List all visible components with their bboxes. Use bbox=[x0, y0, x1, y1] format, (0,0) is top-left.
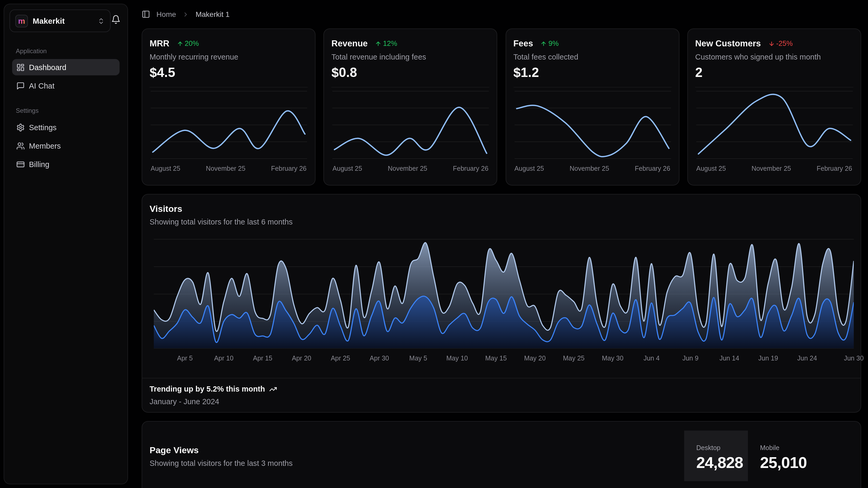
stat-trend-badge: 20% bbox=[177, 39, 199, 48]
visitors-title: Visitors bbox=[150, 204, 182, 214]
x-axis-label: November 25 bbox=[206, 165, 245, 172]
x-axis-label: Apr 5 bbox=[177, 355, 193, 362]
x-axis-label: November 25 bbox=[569, 165, 609, 172]
x-axis-label: Jun 30 bbox=[844, 355, 864, 362]
stat-card-value: $1.2 bbox=[513, 65, 539, 80]
arrow-up-icon bbox=[177, 40, 183, 47]
stat-trend-badge: -25% bbox=[768, 39, 793, 48]
sparkline-chart bbox=[696, 91, 853, 159]
page-views-title: Page Views bbox=[150, 445, 199, 456]
desktop-total: 24,828 bbox=[696, 454, 748, 472]
chevron-right-icon bbox=[183, 11, 189, 18]
x-axis-label: Apr 15 bbox=[253, 355, 273, 362]
sidebar-item-dashboard[interactable]: Dashboard bbox=[12, 59, 120, 75]
page-views-description: Showing total visitors for the last 3 mo… bbox=[150, 459, 292, 467]
visitors-x-axis: Apr 5Apr 10Apr 15Apr 20Apr 25Apr 30May 5… bbox=[154, 355, 854, 363]
sidebar: m Makerkit Application Dashboard AI Chat… bbox=[4, 4, 128, 484]
x-axis-label: November 25 bbox=[388, 165, 427, 172]
sparkline-x-axis: August 25November 25February 26 bbox=[696, 165, 852, 172]
x-axis-label: May 15 bbox=[485, 355, 507, 362]
stat-trend-badge: 9% bbox=[540, 39, 559, 48]
x-axis-label: Jun 4 bbox=[644, 355, 660, 362]
breadcrumb-home[interactable]: Home bbox=[156, 10, 176, 19]
mobile-total: 25,010 bbox=[760, 454, 812, 472]
x-axis-label: Jun 19 bbox=[758, 355, 778, 362]
divider bbox=[142, 378, 861, 378]
credit-card-icon bbox=[16, 160, 25, 168]
sparkline-chart bbox=[333, 91, 489, 159]
message-square-icon bbox=[16, 81, 25, 90]
page-views-card: Page Views Showing total visitors for th… bbox=[142, 421, 861, 488]
makerkit-logo: m bbox=[15, 15, 28, 27]
stat-card-title: MRR bbox=[150, 38, 169, 49]
visitors-card: Visitors Showing total visitors for the … bbox=[142, 194, 861, 413]
x-axis-label: August 25 bbox=[151, 165, 180, 172]
sidebar-item-settings[interactable]: Settings bbox=[12, 119, 120, 136]
users-icon bbox=[16, 142, 25, 150]
tab-desktop[interactable]: Desktop 24,828 bbox=[684, 431, 748, 481]
stat-card-title: Revenue bbox=[332, 38, 368, 49]
x-axis-label: Apr 10 bbox=[214, 355, 234, 362]
divider bbox=[332, 87, 490, 87]
sidebar-item-label: Settings bbox=[29, 123, 57, 132]
x-axis-label: May 30 bbox=[602, 355, 623, 362]
x-axis-label: February 26 bbox=[635, 165, 670, 172]
divider bbox=[150, 87, 308, 87]
sidebar-item-label: Members bbox=[29, 142, 61, 150]
divider bbox=[513, 87, 671, 87]
x-axis-label: August 25 bbox=[333, 165, 362, 172]
tab-mobile[interactable]: Mobile 25,010 bbox=[748, 431, 812, 481]
sidebar-item-ai-chat[interactable]: AI Chat bbox=[12, 78, 120, 94]
sidebar-item-members[interactable]: Members bbox=[12, 138, 120, 154]
stat-card-title: New Customers bbox=[695, 38, 761, 49]
x-axis-label: Apr 30 bbox=[370, 355, 389, 362]
stat-card-value: $4.5 bbox=[150, 65, 175, 80]
sparkline-x-axis: August 25November 25February 26 bbox=[333, 165, 489, 172]
stat-card-mrr: MRR 20% Monthly recurring revenue $4.5 A… bbox=[142, 28, 315, 185]
x-axis-label: February 26 bbox=[271, 165, 307, 172]
panel-left-icon[interactable] bbox=[142, 10, 150, 19]
x-axis-label: May 10 bbox=[446, 355, 468, 362]
gear-icon bbox=[16, 123, 25, 132]
stat-card-description: Total revenue including fees bbox=[332, 53, 426, 61]
arrow-up-icon bbox=[540, 40, 547, 47]
x-axis-label: Apr 20 bbox=[292, 355, 311, 362]
x-axis-label: Jun 14 bbox=[719, 355, 739, 362]
visitors-trend-text: Trending up by 5.2% this month bbox=[150, 385, 265, 393]
stat-card-description: Total fees collected bbox=[513, 53, 578, 61]
x-axis-label: Apr 25 bbox=[331, 355, 350, 362]
stat-card-value: 2 bbox=[695, 65, 703, 80]
arrow-down-icon bbox=[768, 40, 775, 47]
divider bbox=[695, 87, 853, 87]
sidebar-section-settings: Settings bbox=[16, 107, 39, 114]
stat-card-description: Customers who signed up this month bbox=[695, 53, 821, 61]
dashboard-page: m Makerkit Application Dashboard AI Chat… bbox=[0, 0, 868, 488]
workspace-name: Makerkit bbox=[33, 16, 65, 25]
arrow-up-icon bbox=[375, 40, 381, 47]
bell-icon[interactable] bbox=[111, 15, 121, 24]
layout-dashboard-icon bbox=[16, 63, 25, 71]
x-axis-label: Jun 24 bbox=[797, 355, 817, 362]
stat-card-fees: Fees 9% Total fees collected $1.2 August… bbox=[505, 28, 679, 185]
sidebar-item-label: AI Chat bbox=[29, 81, 55, 90]
visitors-date-range: January - June 2024 bbox=[150, 397, 219, 406]
trending-up-icon bbox=[269, 385, 277, 393]
visitors-area-chart bbox=[154, 239, 854, 349]
sidebar-item-billing[interactable]: Billing bbox=[12, 156, 120, 172]
sparkline-x-axis: August 25November 25February 26 bbox=[514, 165, 670, 172]
breadcrumb: Home Makerkit 1 bbox=[142, 8, 230, 20]
sparkline-chart bbox=[151, 91, 307, 159]
breadcrumb-current: Makerkit 1 bbox=[196, 10, 230, 19]
x-axis-label: Jun 9 bbox=[682, 355, 699, 362]
x-axis-label: February 26 bbox=[817, 165, 852, 172]
x-axis-label: May 20 bbox=[524, 355, 546, 362]
x-axis-label: May 5 bbox=[409, 355, 427, 362]
sparkline-chart bbox=[514, 91, 671, 159]
stat-card-description: Monthly recurring revenue bbox=[150, 53, 238, 61]
workspace-selector[interactable]: m Makerkit bbox=[9, 9, 111, 32]
visitors-description: Showing total visitors for the last 6 mo… bbox=[150, 218, 292, 226]
stat-card-title: Fees bbox=[513, 38, 533, 49]
chevrons-up-down-icon bbox=[97, 17, 105, 25]
stat-card-value: $0.8 bbox=[332, 65, 357, 80]
x-axis-label: November 25 bbox=[752, 165, 791, 172]
